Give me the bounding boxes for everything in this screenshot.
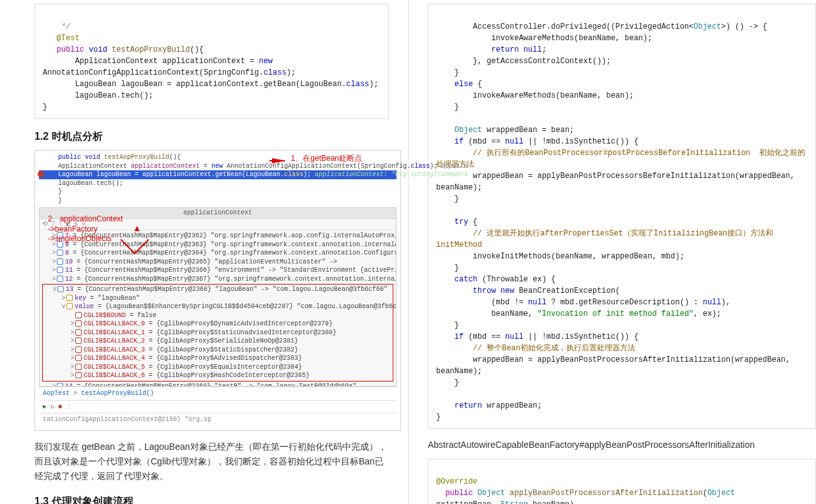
debug-toolbar: ▶ ↻ ■ ⋮	[39, 400, 397, 413]
code-line: invokeAwareMethods(beanName, bean);	[436, 91, 634, 100]
code-line: AccessController.doPrivileged((Privilege…	[436, 22, 767, 31]
dbg-code-line: lagouBean.tech();	[39, 179, 397, 188]
code-block-initialize-bean: AccessController.doPrivileged((Privilege…	[428, 4, 816, 429]
code-line: }	[436, 321, 459, 330]
code-line: }	[436, 378, 459, 387]
rerun-icon[interactable]: ▶	[43, 403, 47, 411]
code-line: }	[436, 195, 459, 204]
code-line: // 整个Bean初始化完成，执行后置处理器方法	[436, 344, 635, 353]
code-line: existingBean, String beanName)	[436, 500, 574, 504]
var-row[interactable]: >10 = {ConcurrentHashMap$MapEntry@2365} …	[42, 258, 393, 267]
dbg-code-line: }	[39, 196, 397, 205]
var-row[interactable]: CGLIB$BOUND = false	[43, 311, 393, 320]
code-line: @Override	[436, 477, 478, 486]
highlighted-var-box: v13 = {ConcurrentHashMap$MapEntry@2368} …	[42, 284, 393, 382]
var-row[interactable]: >11 = {ConcurrentHashMap$MapEntry@2366} …	[42, 266, 393, 275]
code-line: Object wrappedBean = bean;	[436, 126, 574, 135]
debugger-screenshot: 1、在getBean处断点 public void testAopProxyBu…	[34, 150, 401, 431]
code-line: if (mbd == null || !mbd.isSynthetic()) {	[436, 332, 638, 341]
code-line: wrappedBean = applyBeanPostProcessorsBef…	[436, 172, 799, 192]
var-row[interactable]: >CGLIB$CALLBACK_5 = {CglibAopProxy$Equal…	[43, 363, 393, 372]
vars-body: >7 = {ConcurrentHashMap$MapEntry@2362} "…	[40, 230, 396, 386]
paragraph: 我们发现在 getBean 之前，LagouBean对象已经产生（即在第一行初始…	[34, 440, 389, 484]
code-line: else {	[436, 80, 482, 89]
code-line: AnnotationConfigApplicationContext(Sprin…	[43, 68, 296, 77]
var-row[interactable]: >CGLIB$CALLBACK_1 = {CglibAopProxy$Stati…	[43, 329, 393, 337]
code-line: }	[436, 413, 441, 422]
code-line: }	[436, 263, 459, 272]
code-line: throw new BeanCreationException(	[436, 286, 620, 295]
annotation-2: 2、applicationContext ->beanFactory ->sin…	[48, 214, 123, 244]
annotation-1: 1、在getBean处断点	[291, 153, 362, 163]
code-line: */	[43, 22, 70, 31]
stop-icon[interactable]: ■	[58, 403, 62, 411]
code-line: }, getAccessControlContext());	[436, 57, 611, 66]
code-line: @Test	[43, 34, 80, 43]
code-line: lagouBean.tech();	[43, 91, 153, 100]
var-row[interactable]: >CGLIB$CALLBACK_6 = {CglibAopProxy$HashC…	[43, 371, 393, 380]
code-line: if (mbd == null || !mbd.isSynthetic()) {	[436, 137, 638, 146]
code-line: beanName, "Invocation of init method fai…	[436, 309, 722, 318]
last-frame: tationConfigApplicationContext@2150} "or…	[39, 413, 397, 426]
var-row[interactable]: >CGLIB$CALLBACK_4 = {CglibAopProxy$Advis…	[43, 354, 393, 363]
var-row[interactable]: >14 = {ConcurrentHashMap$MapEntry@2369} …	[42, 382, 393, 387]
code-line: ApplicationContext applicationContext = …	[43, 57, 273, 66]
var-row[interactable]: >CGLIB$CALLBACK_3 = {CglibAopProxy$Stati…	[43, 346, 393, 355]
var-row[interactable]: vvalue = {LagouBean$$EnhancerBySpringCGL…	[43, 302, 393, 311]
tool-icon[interactable]: ⟲	[42, 220, 47, 229]
var-row[interactable]: >CGLIB$CALLBACK_0 = {CglibAopProxy$Dynam…	[43, 320, 393, 329]
code-line: invokeAwareMethods(beanName, bean);	[436, 34, 652, 43]
code-line: return wrappedBean;	[436, 401, 542, 410]
breakpoint-icon	[38, 171, 44, 177]
reload-icon[interactable]: ↻	[50, 403, 54, 411]
code-line: // 这里就开始执行afterPropertiesSet（实现了Initiali…	[436, 229, 773, 249]
code-line: return null;	[436, 45, 547, 54]
code-line: }	[436, 103, 459, 112]
var-row[interactable]: >CGLIB$CALLBACK_2 = {CglibAopProxy$Seria…	[43, 337, 393, 346]
code-line: }	[43, 103, 47, 112]
section-heading-1-2: 1.2 时机点分析	[34, 130, 389, 144]
section-heading-1-3: 1.3 代理对象创建流程	[34, 495, 389, 504]
code-line: catch (Throwable ex) {	[436, 275, 555, 284]
var-row[interactable]: v13 = {ConcurrentHashMap$MapEntry@2368} …	[43, 285, 393, 294]
code-line: try {	[436, 218, 478, 226]
breadcrumb-bar: AopTest > testAopProxyBuild()	[39, 387, 397, 400]
dbg-code-line: }	[39, 188, 397, 196]
code-line: (mbd != null ? mbd.getResourceDescriptio…	[436, 298, 730, 307]
var-row[interactable]: >8 = {ConcurrentHashMap$MapEntry@2364} "…	[42, 249, 393, 258]
var-row[interactable]: >key = "lagouBean"	[43, 294, 393, 303]
code-line: LagouBean lagouBean = applicationContext…	[43, 80, 379, 89]
code-line: public Object applyBeanPostProcessorsAft…	[436, 489, 735, 498]
code-line: wrappedBean = applyBeanPostProcessorsAft…	[436, 355, 795, 376]
dbg-current-line: LagouBean lagouBean = applicationContext…	[39, 170, 397, 179]
more-icon[interactable]: ⋮	[66, 403, 72, 411]
code-block-apply-post-processors: @Override public Object applyBeanPostPro…	[428, 459, 816, 504]
code-block-test: */ @Test public void testAopProxyBuild()…	[34, 4, 389, 119]
var-row[interactable]: >12 = {ConcurrentHashMap$MapEntry@2367} …	[42, 275, 393, 284]
code-line: public void testAopProxyBuild(){	[43, 45, 204, 54]
code-line: }	[436, 68, 459, 77]
code-line: invokeInitMethods(beanName, wrappedBean,…	[436, 252, 684, 261]
code-line: // 执行所有的BeanPostProcessor#postProcessBef…	[436, 149, 805, 169]
paragraph: AbstractAutowireCapableBeanFactory#apply…	[428, 438, 816, 452]
